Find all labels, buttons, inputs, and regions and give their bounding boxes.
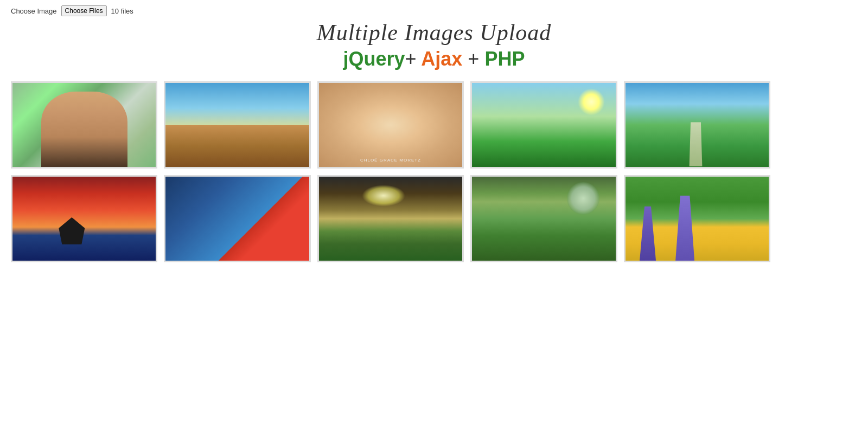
image-card <box>624 175 770 262</box>
top-bar: Choose Image Choose Files 10 files <box>11 5 857 16</box>
tech-plus2: + <box>468 48 479 70</box>
image-thumbnail[interactable] <box>165 177 309 261</box>
tech-subtitle: jQuery+ Ajax + PHP <box>11 48 857 70</box>
image-card <box>164 175 310 262</box>
image-thumbnail[interactable] <box>626 83 769 167</box>
image-thumbnail[interactable] <box>12 83 156 167</box>
image-thumbnail[interactable] <box>12 177 156 261</box>
image-card <box>470 81 617 169</box>
tech-ajax-label: Ajax <box>421 48 462 70</box>
image-card <box>11 81 157 169</box>
choose-files-button[interactable]: Choose Files <box>61 5 107 16</box>
image-thumbnail[interactable] <box>165 83 309 167</box>
image-thumbnail[interactable] <box>472 83 615 167</box>
image-thumbnail[interactable] <box>626 177 769 261</box>
image-gallery <box>11 81 770 262</box>
image-card <box>164 81 310 169</box>
tech-jquery-label: jQuery <box>343 48 405 70</box>
tech-plus1: + <box>405 48 417 70</box>
image-card <box>470 175 617 262</box>
image-thumbnail[interactable] <box>319 83 462 167</box>
image-thumbnail[interactable] <box>472 177 615 261</box>
tech-php-label: PHP <box>484 48 525 70</box>
image-card <box>317 81 464 169</box>
image-card <box>11 175 157 262</box>
image-card <box>317 175 464 262</box>
file-count-label: 10 files <box>111 7 133 15</box>
page-title: Multiple Images Upload <box>11 20 857 46</box>
choose-image-label: Choose Image <box>11 7 57 15</box>
image-card <box>624 81 770 169</box>
image-thumbnail[interactable] <box>319 177 462 261</box>
